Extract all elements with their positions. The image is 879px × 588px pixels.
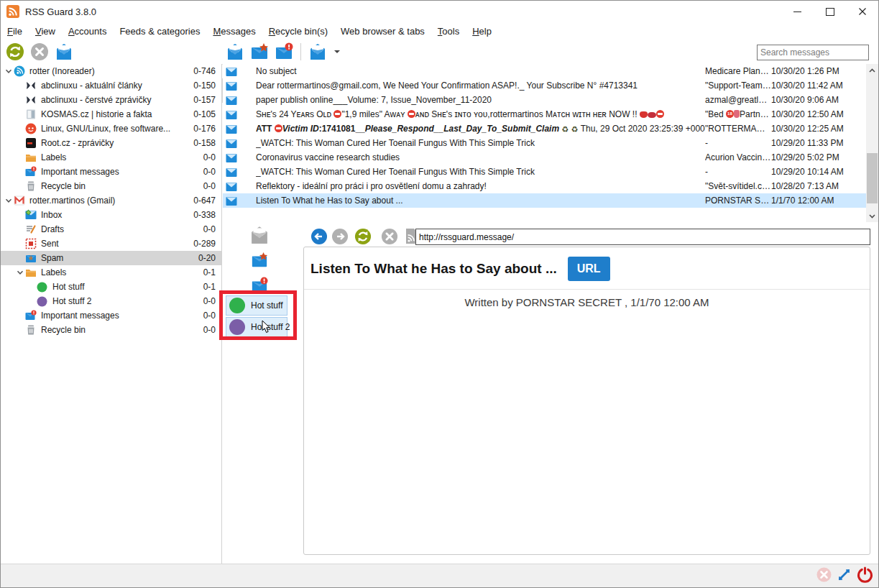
feed-row[interactable]: Linux, GNU/Linux, free software...0-176 xyxy=(1,121,221,136)
browser-toolbar xyxy=(310,228,423,245)
message-row[interactable]: Listen To What he Has to Say about ...PO… xyxy=(223,193,866,208)
label-button-hot-stuff-2[interactable]: Hot stuff 2 xyxy=(226,317,287,337)
chevron-down-icon[interactable] xyxy=(334,50,340,56)
feed-row[interactable]: Hot stuff0-1 xyxy=(1,280,221,294)
mark-read-mail-icon[interactable] xyxy=(225,42,245,62)
feed-row[interactable]: Recycle bin0-0 xyxy=(1,179,221,193)
minimize-icon[interactable] xyxy=(781,1,814,22)
feed-row[interactable]: Labels0-0 xyxy=(1,150,221,165)
refresh-feeds-icon[interactable] xyxy=(5,42,25,62)
message-subject: Reflektory - ideální pro práci i pro osv… xyxy=(256,181,705,191)
inoreader-icon xyxy=(13,65,25,77)
message-row[interactable]: Dear rottermartinos@gmail.com, We Need Y… xyxy=(223,78,866,93)
mail-icon xyxy=(226,152,237,163)
feed-count: 0-0 xyxy=(203,224,221,234)
feed-row[interactable]: Important messages0-0 xyxy=(1,308,221,323)
message-row[interactable]: Reflektory - ideální pro práci i pro osv… xyxy=(223,179,866,193)
label-buttons: Hot stuffHot stuff 2 xyxy=(226,295,287,339)
message-author: "ROTTERMARTIN... xyxy=(705,124,771,134)
message-subject: No subject xyxy=(256,66,705,76)
feed-row[interactable]: rotter.martinos (Gmail)0-647 xyxy=(1,193,221,208)
fullscreen-icon[interactable] xyxy=(837,567,852,584)
mail-alert-icon[interactable] xyxy=(249,275,270,295)
menu-messages[interactable]: Messages xyxy=(206,24,262,39)
feed-label: Hot stuff 2 xyxy=(52,296,203,306)
mark-unread-mail-icon[interactable] xyxy=(249,225,270,245)
message-date: 10/29/20 10:14 AM xyxy=(771,167,866,177)
label-name: Hot stuff 2 xyxy=(251,322,290,332)
message-author: - xyxy=(705,167,771,177)
menu-view[interactable]: View xyxy=(29,24,62,39)
menu-accounts[interactable]: Accounts xyxy=(62,24,113,39)
message-vertical-toolbar xyxy=(247,225,272,295)
mail-open-caret-icon[interactable] xyxy=(308,42,328,62)
status-bar xyxy=(1,564,878,587)
message-subject: Dear rottermartinos@gmail.com, We Need Y… xyxy=(256,81,705,91)
menu-feeds-categories[interactable]: Feeds & categories xyxy=(113,24,206,39)
menu-tools[interactable]: Tools xyxy=(431,24,466,39)
feed-row[interactable]: abclinuxu - aktuální články0-150 xyxy=(1,78,221,93)
message-list: No subjectMedicare Plan <e...10/30/20 1:… xyxy=(223,64,878,222)
message-row[interactable]: ATT Victim ID:1741081__Please_Respond__L… xyxy=(223,121,866,136)
message-row[interactable]: paper publish online___Volume: 7, Issue_… xyxy=(223,93,866,107)
expand-arrow-icon[interactable] xyxy=(15,269,24,276)
feed-row[interactable]: Important messages0-0 xyxy=(1,165,221,179)
expand-arrow-icon[interactable] xyxy=(4,68,13,75)
mail-open-icon[interactable] xyxy=(54,42,74,62)
message-row[interactable]: No subjectMedicare Plan <e...10/30/20 1:… xyxy=(223,64,866,78)
mail-star-icon[interactable] xyxy=(249,250,270,270)
message-row[interactable]: _WATCH: This Woman Cured Her Toenail Fun… xyxy=(223,136,866,150)
feed-row[interactable]: rotter (Inoreader)0-746 xyxy=(1,64,221,78)
label-color-dot xyxy=(229,319,245,335)
feed-label: Hot stuff xyxy=(52,282,203,292)
power-icon[interactable] xyxy=(857,566,873,585)
back-icon[interactable] xyxy=(310,228,328,245)
feed-count: 0-1 xyxy=(203,282,221,292)
maximize-icon[interactable] xyxy=(814,1,846,22)
feed-row[interactable]: Labels0-1 xyxy=(1,265,221,280)
feed-row[interactable]: Sent0-289 xyxy=(1,236,221,251)
mail-icon xyxy=(226,81,237,91)
feed-row[interactable]: Drafts0-0 xyxy=(1,222,221,236)
feed-label: Recycle bin xyxy=(41,325,203,335)
mail-icon xyxy=(226,167,237,178)
feed-row[interactable]: abclinuxu - čerstvé zprávičky0-157 xyxy=(1,93,221,107)
feed-label: Inbox xyxy=(41,210,193,220)
scrollbar-thumb[interactable] xyxy=(867,153,878,203)
menu-recycle-bin-s[interactable]: Recycle bin(s) xyxy=(262,24,334,39)
message-date: 10/30/20 9:06 AM xyxy=(771,95,866,105)
message-subject: Listen To What he Has to Say about ... xyxy=(256,196,705,206)
feed-row[interactable]: Spam0-20 xyxy=(1,251,221,265)
url-button[interactable]: URL xyxy=(568,257,610,281)
menu-help[interactable]: Help xyxy=(466,24,498,39)
label-name: Hot stuff xyxy=(251,300,282,311)
feed-label: Root.cz - zprávičky xyxy=(41,138,193,148)
feed-row[interactable]: Hot stuff 20-0 xyxy=(1,294,221,308)
feed-count: 0-289 xyxy=(193,239,221,249)
message-title: Listen To What he Has to Say about ... xyxy=(310,261,557,277)
close-icon[interactable] xyxy=(846,1,878,22)
feed-row[interactable]: Root.cz - zprávičky0-158 xyxy=(1,136,221,150)
feed-row[interactable]: Inbox0-338 xyxy=(1,208,221,222)
message-row[interactable]: Coronavirus vaccine research studiesAcur… xyxy=(223,150,866,165)
message-row[interactable]: Sʜᴇ's 24 Yᴇᴀʀs Oʟᴅ "1,9 miles" Aᴡᴀʏ ᴀɴᴅ … xyxy=(223,107,866,121)
lips-emoji xyxy=(648,112,656,118)
mail-alert-icon[interactable] xyxy=(274,42,294,62)
under18-emoji xyxy=(726,110,734,118)
scroll-down-icon[interactable] xyxy=(866,210,878,222)
message-row[interactable]: _WATCH: This Woman Cured Her Toenail Fun… xyxy=(223,165,866,179)
feed-label: rotter (Inoreader) xyxy=(29,66,193,76)
menu-web-browser-tabs[interactable]: Web browser & tabs xyxy=(334,24,431,39)
feed-count: 0-0 xyxy=(203,181,221,191)
feed-row[interactable]: KOSMAS.cz | historie a fakta0-105 xyxy=(1,107,221,121)
reload-icon[interactable] xyxy=(354,228,372,245)
mail-star-icon[interactable] xyxy=(249,42,270,62)
message-list-scrollbar[interactable] xyxy=(866,64,878,222)
label-button-hot-stuff[interactable]: Hot stuff xyxy=(226,295,287,316)
menu-file[interactable]: File xyxy=(1,24,29,39)
search-input[interactable] xyxy=(757,45,869,60)
expand-arrow-icon[interactable] xyxy=(4,197,13,204)
url-input[interactable] xyxy=(415,229,870,245)
scroll-up-icon[interactable] xyxy=(866,64,878,76)
feed-row[interactable]: Recycle bin0-0 xyxy=(1,323,221,337)
